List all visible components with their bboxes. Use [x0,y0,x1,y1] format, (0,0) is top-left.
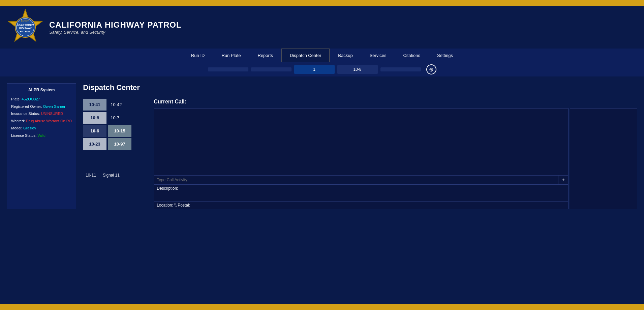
nav-settings[interactable]: Settings [429,49,461,62]
sub-nav-bar: 1 10-8 ⊕ [0,62,644,76]
call-location: Location: \\ Postal: [154,201,568,209]
dispatch-content: Dispatch Center 10-41 10-42 10-8 10-7 10… [83,83,637,209]
call-description: Description: [154,184,568,201]
wanted-label: Wanted: [11,119,25,123]
insurance-label: Insurance Status: [11,112,40,116]
current-call-title: Current Call: [154,99,637,105]
location-value: \\ Postal: [174,203,190,208]
nav-dispatch-center[interactable]: Dispatch Center [281,49,330,62]
agency-name: CALIFORNIA HIGHWAY PATROL [49,20,182,30]
top-header: CALIFORNIA HIGHWAY PATROL EUREKA CALIFOR… [0,6,644,49]
gold-bar-top [0,0,644,6]
current-call-panel: Current Call: + Description: Loca [154,99,637,209]
call-log-panel: + Description: Location: \\ Postal: [154,108,569,209]
nav-run-plate[interactable]: Run Plate [213,49,249,62]
label-10-7: 10-7 [108,112,122,124]
chp-badge-icon: CALIFORNIA HIGHWAY PATROL EUREKA [7,9,44,46]
sidebar-wanted-row: Wanted: Drug Abuse Warrant On RO [11,118,72,124]
call-log-scroll[interactable] [154,108,568,175]
sidebar-owner-row: Registered Owner: Owen Garner [11,104,72,110]
agency-motto: Safety, Service, and Security [49,30,182,35]
model-label: Model: [11,126,22,130]
sidebar-plate-row: Plate: 45ZOO327 [11,96,72,102]
insurance-value: UNINSURED [41,112,63,116]
svg-text:HIGHWAY: HIGHWAY [19,27,32,30]
nav-run-id[interactable]: Run ID [183,49,213,62]
sub-nav-2[interactable] [251,67,292,71]
logo-area: CALIFORNIA HIGHWAY PATROL EUREKA CALIFOR… [7,9,182,46]
sidebar-title: ALPR System [11,88,72,92]
sub-nav-4[interactable]: 10-8 [337,65,378,74]
location-label: Location: [157,203,173,208]
nav-bar: Run ID Run Plate Reports Dispatch Center… [0,49,644,62]
license-value: Valid [37,133,45,137]
radio-row-4: 10-23 10-97 [83,138,144,150]
label-signal-11: Signal 11 [100,172,122,179]
sub-nav-3[interactable]: 1 [294,65,335,74]
license-label: License Status: [11,133,36,137]
circle-icon: ⊕ [429,66,433,73]
owner-value: Owen Garner [43,104,65,108]
call-panels: + Description: Location: \\ Postal: [154,108,637,209]
radio-row-2: 10-8 10-7 [83,112,144,124]
btn-10-8[interactable]: 10-8 [83,112,106,124]
btn-10-6[interactable]: 10-6 [83,125,106,137]
sidebar-insurance-row: Insurance Status: UNINSURED [11,111,72,117]
sub-nav-circle-btn[interactable]: ⊕ [426,64,436,74]
nav-reports[interactable]: Reports [249,49,282,62]
label-10-42: 10-42 [108,99,124,111]
sidebar: ALPR System Plate: 45ZOO327 Registered O… [7,83,76,209]
radio-row-3: 10-6 10-15 [83,125,144,137]
sub-nav-5[interactable] [380,67,421,71]
nav-backup[interactable]: Backup [330,49,361,62]
plate-value: 45ZOO327 [22,97,40,101]
gold-bar-bottom [0,304,644,310]
label-10-11: 10-11 [83,172,99,179]
svg-text:EUREKA: EUREKA [21,20,30,22]
radio-row-5: 10-11 Signal 11 [83,172,144,179]
sidebar-model-row: Model: Gresley [11,125,72,131]
svg-text:CALIFORNIA: CALIFORNIA [17,23,34,26]
owner-label: Registered Owner: [11,104,42,108]
call-activity-input[interactable] [154,176,558,184]
nav-services[interactable]: Services [361,49,395,62]
btn-10-97[interactable]: 10-97 [108,138,131,150]
agency-text: CALIFORNIA HIGHWAY PATROL Safety, Servic… [49,20,182,35]
wanted-value: Drug Abuse Warrant On RO [26,119,72,123]
nav-citations[interactable]: Citations [395,49,429,62]
radio-row-1: 10-41 10-42 [83,99,144,111]
call-add-button[interactable]: + [558,176,568,184]
dispatch-main-area: 10-41 10-42 10-8 10-7 10-6 10-15 10-23 1… [83,99,637,209]
radio-codes-panel: 10-41 10-42 10-8 10-7 10-6 10-15 10-23 1… [83,99,144,209]
btn-10-23[interactable]: 10-23 [83,138,106,150]
sidebar-license-row: License Status: Valid [11,133,72,139]
side-call-panel[interactable] [570,108,637,209]
btn-10-41[interactable]: 10-41 [83,99,106,111]
dispatch-title: Dispatch Center [83,83,637,92]
plate-label: Plate: [11,97,21,101]
main-content: ALPR System Plate: 45ZOO327 Registered O… [0,76,644,216]
model-value: Gresley [23,126,36,130]
call-input-row: + [154,175,568,184]
description-label: Description: [157,186,565,191]
sub-nav-1[interactable] [208,67,248,71]
btn-10-15[interactable]: 10-15 [108,125,131,137]
svg-text:PATROL: PATROL [20,30,31,33]
